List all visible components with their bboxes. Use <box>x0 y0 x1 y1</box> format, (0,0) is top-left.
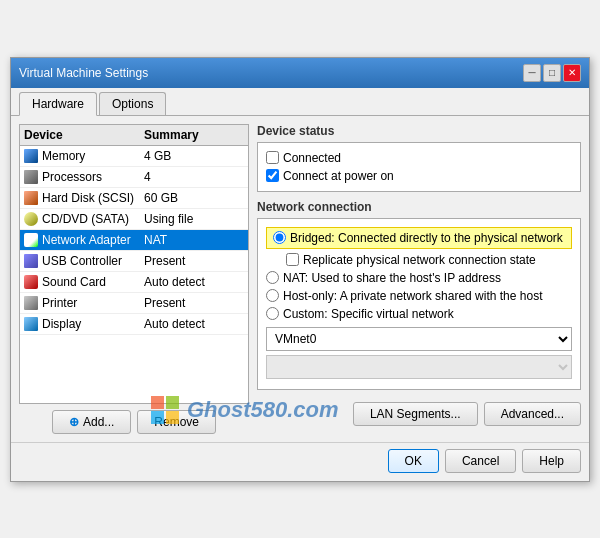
left-action-buttons: ⊕ Add... Remove <box>19 410 249 434</box>
network-connection-label: Network connection <box>257 200 581 214</box>
header-summary: Summary <box>144 128 244 142</box>
main-content: Device Summary Memory 4 GB Processors <box>11 116 589 442</box>
right-panel: Device status Connected Connect at power… <box>257 124 581 434</box>
device-name: Memory <box>42 149 85 163</box>
secondary-dropdown-row <box>266 355 572 379</box>
sound-icon <box>24 275 38 289</box>
connected-row: Connected <box>266 149 572 167</box>
connected-label: Connected <box>283 151 341 165</box>
remove-button[interactable]: Remove <box>137 410 216 434</box>
display-icon <box>24 317 38 331</box>
vmnet-dropdown-row: VMnet0 <box>266 327 572 351</box>
device-name: Processors <box>42 170 102 184</box>
table-row[interactable]: Memory 4 GB <box>20 146 248 167</box>
device-table: Device Summary Memory 4 GB Processors <box>19 124 249 404</box>
device-cell: Processors <box>24 170 144 184</box>
table-row[interactable]: Display Auto detect <box>20 314 248 335</box>
summary-cell: 4 <box>144 170 244 184</box>
tab-bar: Hardware Options <box>11 88 589 116</box>
virtual-machine-settings-window: Virtual Machine Settings ─ □ ✕ Hardware … <box>10 57 590 482</box>
connect-at-power-on-checkbox[interactable] <box>266 169 279 182</box>
network-connection-section: Network connection Bridged: Connected di… <box>257 200 581 390</box>
summary-cell: 4 GB <box>144 149 244 163</box>
window-title: Virtual Machine Settings <box>19 66 148 80</box>
nat-row[interactable]: NAT: Used to share the host's IP address <box>266 269 572 287</box>
connected-checkbox[interactable] <box>266 151 279 164</box>
device-name: Display <box>42 317 81 331</box>
vmnet-dropdown[interactable]: VMnet0 <box>266 327 572 351</box>
printer-icon <box>24 296 38 310</box>
device-cell: Memory <box>24 149 144 163</box>
table-row[interactable]: Hard Disk (SCSI) 60 GB <box>20 188 248 209</box>
add-button[interactable]: ⊕ Add... <box>52 410 131 434</box>
nat-label: NAT: Used to share the host's IP address <box>283 271 501 285</box>
summary-cell: NAT <box>144 233 244 247</box>
device-name: Hard Disk (SCSI) <box>42 191 134 205</box>
device-cell: Sound Card <box>24 275 144 289</box>
summary-cell: Auto detect <box>144 317 244 331</box>
device-name: CD/DVD (SATA) <box>42 212 129 226</box>
device-cell: Display <box>24 317 144 331</box>
summary-cell: 60 GB <box>144 191 244 205</box>
device-name: Printer <box>42 296 77 310</box>
usb-icon <box>24 254 38 268</box>
tab-hardware[interactable]: Hardware <box>19 92 97 116</box>
table-row[interactable]: Printer Present <box>20 293 248 314</box>
bottom-buttons: OK Cancel Help <box>11 442 589 481</box>
add-label: Add... <box>83 415 114 429</box>
device-cell: CD/DVD (SATA) <box>24 212 144 226</box>
table-row[interactable]: Network Adapter NAT <box>20 230 248 251</box>
hdd-icon <box>24 191 38 205</box>
add-icon: ⊕ <box>69 415 79 429</box>
header-device: Device <box>24 128 144 142</box>
summary-cell: Present <box>144 254 244 268</box>
bridged-row[interactable]: Bridged: Connected directly to the physi… <box>266 227 572 249</box>
host-only-label: Host-only: A private network shared with… <box>283 289 542 303</box>
nat-radio[interactable] <box>266 271 279 284</box>
device-name: USB Controller <box>42 254 122 268</box>
device-status-box: Connected Connect at power on <box>257 142 581 192</box>
advanced-button[interactable]: Advanced... <box>484 402 581 426</box>
network-options-box: Bridged: Connected directly to the physi… <box>257 218 581 390</box>
device-cell: Network Adapter <box>24 233 144 247</box>
help-button[interactable]: Help <box>522 449 581 473</box>
ok-button[interactable]: OK <box>388 449 439 473</box>
host-only-radio[interactable] <box>266 289 279 302</box>
cancel-button[interactable]: Cancel <box>445 449 516 473</box>
cdrom-icon <box>24 212 38 226</box>
bridged-label: Bridged: Connected directly to the physi… <box>290 231 563 245</box>
bridged-radio[interactable] <box>273 231 286 244</box>
connect-at-power-on-label: Connect at power on <box>283 169 394 183</box>
custom-row[interactable]: Custom: Specific virtual network <box>266 305 572 323</box>
power-on-row: Connect at power on <box>266 167 572 185</box>
lan-segments-button[interactable]: LAN Segments... <box>353 402 478 426</box>
table-row[interactable]: Processors 4 <box>20 167 248 188</box>
replicate-label: Replicate physical network connection st… <box>303 253 536 267</box>
network-action-buttons: LAN Segments... Advanced... <box>257 402 581 426</box>
device-cell: Hard Disk (SCSI) <box>24 191 144 205</box>
table-header: Device Summary <box>20 125 248 146</box>
summary-cell: Present <box>144 296 244 310</box>
left-panel: Device Summary Memory 4 GB Processors <box>19 124 249 434</box>
device-cell: USB Controller <box>24 254 144 268</box>
maximize-button[interactable]: □ <box>543 64 561 82</box>
tab-options[interactable]: Options <box>99 92 166 115</box>
title-bar-buttons: ─ □ ✕ <box>523 64 581 82</box>
device-status-label: Device status <box>257 124 581 138</box>
hostonly-row[interactable]: Host-only: A private network shared with… <box>266 287 572 305</box>
minimize-button[interactable]: ─ <box>523 64 541 82</box>
custom-radio[interactable] <box>266 307 279 320</box>
custom-label: Custom: Specific virtual network <box>283 307 454 321</box>
device-cell: Printer <box>24 296 144 310</box>
memory-icon <box>24 149 38 163</box>
device-name: Network Adapter <box>42 233 131 247</box>
table-row[interactable]: Sound Card Auto detect <box>20 272 248 293</box>
table-row[interactable]: CD/DVD (SATA) Using file <box>20 209 248 230</box>
device-name: Sound Card <box>42 275 106 289</box>
table-row[interactable]: USB Controller Present <box>20 251 248 272</box>
close-button[interactable]: ✕ <box>563 64 581 82</box>
title-bar: Virtual Machine Settings ─ □ ✕ <box>11 58 589 88</box>
network-icon <box>24 233 38 247</box>
secondary-dropdown <box>266 355 572 379</box>
replicate-checkbox[interactable] <box>286 253 299 266</box>
